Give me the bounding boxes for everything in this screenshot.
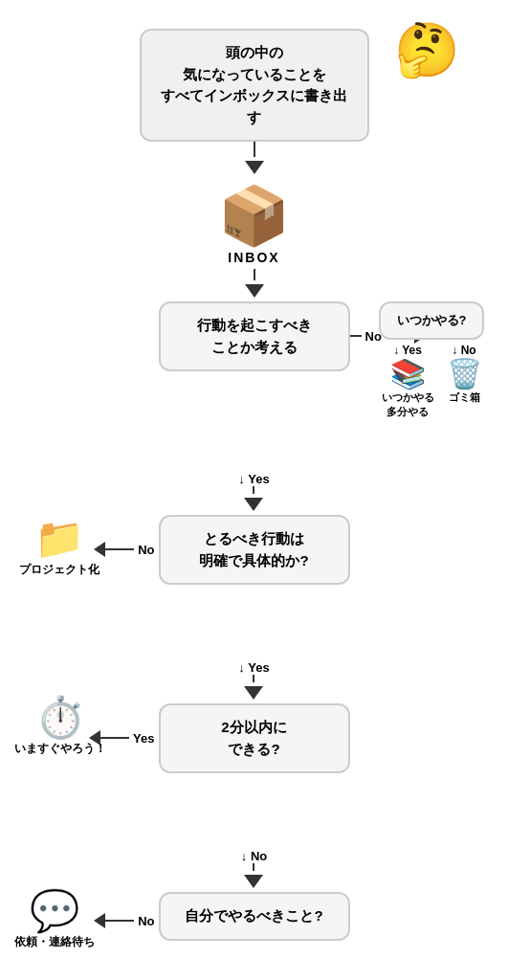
project-icon: 📁	[34, 515, 84, 562]
gomibako-label: ゴミ箱	[449, 390, 480, 405]
imasugu-label: いますぐやろう！	[14, 741, 106, 757]
yes-arrow-1: ↓ Yes	[238, 472, 269, 515]
arrow-line-2	[254, 269, 255, 280]
yes-label-1: ↓ Yes	[238, 472, 269, 486]
gomibako-icon: 🗑️	[447, 357, 482, 390]
flowchart: 🤔 頭の中の 気になっていることを すべてインボックスに書き出す 📦 INBOX…	[10, 19, 498, 980]
no-arrow-left-4: No	[94, 913, 158, 928]
imasugu-section: ⏱️ いますぐやろう！	[14, 694, 106, 757]
top-section: 🤔 頭の中の 気になっていることを すべてインボックスに書き出す	[10, 19, 498, 142]
no-arrow-3: ↓ No	[241, 849, 267, 892]
no-label-4: ↓ No	[241, 849, 267, 863]
box1: 行動を起こすべき ことか考える	[159, 301, 350, 371]
itsukayaru-icon: 📚	[390, 357, 426, 390]
timer-icon: ⏱️	[35, 694, 85, 741]
no-arrow-left-2: No	[94, 542, 158, 557]
project-section: 📁 プロジェクト化	[19, 515, 99, 578]
yes-label-3: ↓ Yes	[238, 660, 269, 675]
project-label: プロジェクト化	[19, 562, 99, 578]
top-box: 頭の中の 気になっていることを すべてインボックスに書き出す	[140, 29, 369, 142]
ira-label: 依頼・連絡待ち	[14, 934, 95, 950]
box3-section: 2分以内に できる? Yes ⏱️ いますぐやろう！	[10, 703, 498, 799]
arrow-down-4	[244, 686, 263, 700]
chat-icon: 💬	[30, 887, 79, 934]
yes-arrow-2: ↓ Yes	[238, 660, 269, 703]
box4-section: 自分でやるべきこと? No 💬 依頼・連絡待ち	[10, 892, 498, 980]
yes-label-2: ↓ Yes	[393, 344, 422, 357]
arrow-down-1	[245, 161, 264, 174]
no-label-2: ↓ No	[452, 344, 475, 357]
box3: 2分以内に できる?	[159, 703, 350, 773]
top-box-text: 頭の中の 気になっていることを すべてインボックスに書き出す	[161, 44, 347, 125]
ira-section: 💬 依頼・連絡待ち	[14, 887, 95, 950]
yes-label-4: Yes	[133, 731, 154, 746]
arrow-down-5	[244, 875, 263, 888]
inbox-label: INBOX	[228, 250, 279, 265]
thinking-person-icon: 🤔	[394, 19, 460, 81]
box4: 自分でやるべきこと?	[159, 892, 350, 941]
inbox-icon: 📦	[218, 182, 290, 250]
itsukayaru-branches: ↓ Yes 📚 いつかやる 多分やる ↓ No 🗑️ ゴミ箱	[379, 344, 484, 419]
itsukayaru-section: いつかやる? ↓ Yes 📚 いつかやる 多分やる ↓ No 🗑️ ゴミ箱	[379, 301, 484, 419]
arrow-line-1	[254, 142, 255, 157]
box1-section: 行動を起こすべき ことか考える No いつかやる? ↓ Yes 📚 いつかやる …	[10, 301, 498, 416]
arrow-down-2	[245, 284, 264, 298]
no-label-3: No	[138, 543, 154, 557]
no-label-5: No	[138, 914, 154, 928]
box2: とるべき行動は 明確で具体的か?	[159, 515, 350, 585]
itsukayaru-icon-label: いつかやる 多分やる	[382, 390, 434, 419]
arrow-down-3	[244, 498, 263, 511]
box2-section: とるべき行動は 明確で具体的か? No 📁 プロジェクト化	[10, 515, 498, 611]
inbox-section: 📦 INBOX	[218, 182, 290, 265]
